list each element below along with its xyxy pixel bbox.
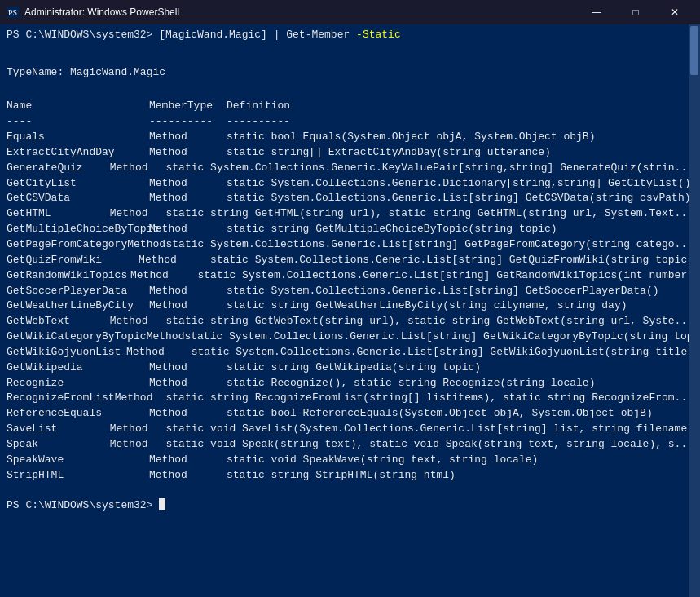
member-type: Method — [149, 298, 227, 314]
member-type: Method — [115, 391, 166, 406]
member-name: ReferenceEquals — [7, 406, 149, 422]
table-row: SpeakWaveMethodstatic void SpeakWave(str… — [7, 453, 693, 468]
member-definition: static string RecognizeFromList(string[]… — [165, 391, 693, 406]
title-bar: PS Administrator: Windows PowerShell — □… — [0, 0, 700, 24]
table-row: GetWikiCategoryByTopicMethodstatic Syste… — [7, 329, 693, 345]
window-controls: — □ ✕ — [578, 0, 693, 24]
member-name: SaveList — [7, 422, 110, 437]
table-separator: ------------------------ — [7, 114, 693, 130]
member-type: Method — [126, 345, 192, 360]
member-type: Method — [110, 437, 166, 453]
cursor-space — [152, 498, 159, 514]
blank-line-1 — [7, 43, 693, 59]
cursor — [159, 498, 165, 510]
header-name: Name — [7, 99, 149, 114]
member-type: Method — [110, 206, 166, 222]
member-type: Method — [149, 191, 227, 206]
member-definition: static System.Collections.Generic.KeyVal… — [165, 161, 693, 176]
window-title: Administrator: Windows PowerShell — [24, 7, 578, 18]
table-row: GetWebTextMethodstatic string GetWebText… — [7, 314, 693, 329]
member-definition: static System.Collections.Generic.List[s… — [227, 191, 691, 206]
member-definition: static System.Collections.Generic.Dictio… — [227, 176, 691, 192]
member-name: GenerateQuiz — [7, 161, 110, 176]
final-prompt-line: PS C:\WINDOWS\system32> — [7, 498, 693, 514]
member-type: Method — [149, 406, 227, 422]
member-definition: static Recognize(), static string Recogn… — [227, 376, 595, 391]
table-row: GetWeatherLineByCityMethodstatic string … — [7, 298, 693, 314]
blank-line-2 — [7, 84, 693, 100]
member-name: GetCSVData — [7, 191, 149, 206]
table-row: GetWikiGojyuonListMethodstatic System.Co… — [7, 345, 693, 360]
member-definition: static bool ReferenceEquals(System.Objec… — [227, 406, 653, 422]
table-row: StripHTMLMethodstatic string StripHTML(s… — [7, 468, 693, 484]
table-row: RecognizeMethodstatic Recognize(), stati… — [7, 376, 693, 391]
table-row: GetSoccerPlayerDataMethodstatic System.C… — [7, 284, 693, 299]
table-row: RecognizeFromListMethodstatic string Rec… — [7, 391, 693, 406]
member-definition: static string GetWikipedia(string topic) — [227, 360, 481, 376]
typename-line: TypeName: MagicWand.Magic — [7, 65, 693, 81]
table-row: SpeakMethodstatic void Speak(string text… — [7, 437, 693, 453]
member-name: GetWikiCategoryByTopic — [7, 329, 147, 345]
terminal-area[interactable]: PS C:\WINDOWS\system32> [MagicWand.Magic… — [0, 24, 700, 597]
table-row: SaveListMethodstatic void SaveList(Syste… — [7, 422, 693, 437]
member-name: GetSoccerPlayerData — [7, 284, 149, 299]
member-type: Method — [149, 360, 227, 376]
member-type: Method — [149, 468, 227, 484]
member-name: Recognize — [7, 376, 149, 391]
table-row: GetWikipediaMethodstatic string GetWikip… — [7, 360, 693, 376]
svg-text:PS: PS — [8, 8, 17, 17]
member-definition: static string GetMultipleChoiceByTopic(s… — [227, 222, 557, 237]
flag-static: -Static — [356, 28, 401, 43]
blank-line-3 — [7, 483, 693, 498]
member-definition: static System.Collections.Generic.List[s… — [210, 253, 693, 268]
member-definition: static string GetHTML(string url), stati… — [165, 206, 693, 222]
table-row: ReferenceEqualsMethodstatic bool Referen… — [7, 406, 693, 422]
table-row: EqualsMethodstatic bool Equals(System.Ob… — [7, 130, 693, 145]
member-name: StripHTML — [7, 468, 149, 484]
minimize-button[interactable]: — — [578, 0, 615, 24]
scrollbar-thumb[interactable] — [690, 26, 698, 75]
member-name: GetQuizFromWiki — [7, 253, 139, 268]
member-type: Method — [110, 314, 166, 329]
header-membertype: MemberType — [149, 99, 227, 114]
table-row: GetCSVDataMethodstatic System.Collection… — [7, 191, 693, 206]
sep-def: ---------- — [227, 114, 290, 130]
member-name: GetWebText — [7, 314, 110, 329]
close-button[interactable]: ✕ — [656, 0, 693, 24]
member-name: GetCityList — [7, 176, 149, 192]
member-table: EqualsMethodstatic bool Equals(System.Ob… — [7, 130, 693, 483]
member-name: GetMultipleChoiceByTopic — [7, 222, 149, 237]
member-type: Method — [110, 422, 166, 437]
member-definition: static System.Collections.Generic.List[s… — [184, 329, 700, 345]
member-type: Method — [149, 284, 227, 299]
table-row: GetCityListMethodstatic System.Collectio… — [7, 176, 693, 192]
member-type: Method — [147, 329, 185, 345]
member-name: RecognizeFromList — [7, 391, 115, 406]
table-header: NameMemberTypeDefinition — [7, 99, 693, 114]
member-type: Method — [130, 268, 198, 284]
maximize-button[interactable]: □ — [617, 0, 654, 24]
member-type: Method — [149, 176, 227, 192]
member-name: GetPageFromCategory — [7, 237, 127, 253]
table-row: GetQuizFromWikiMethodstatic System.Colle… — [7, 253, 693, 268]
member-name: GetWikipedia — [7, 360, 149, 376]
member-definition: static string GetWeatherLineByCity(strin… — [227, 298, 627, 314]
sep-type: ---------- — [149, 114, 227, 130]
sep-name: ---- — [7, 114, 149, 130]
member-name: Speak — [7, 437, 110, 453]
member-definition: static string GetWebText(string url), st… — [165, 314, 693, 329]
table-row: GenerateQuizMethodstatic System.Collecti… — [7, 161, 693, 176]
scrollbar[interactable] — [689, 24, 700, 597]
member-definition: static System.Collections.Generic.List[s… — [165, 237, 693, 253]
member-definition: static void SaveList(System.Collections.… — [165, 422, 693, 437]
prompt-2: PS C:\WINDOWS\system32> — [7, 498, 152, 514]
member-name: GetWeatherLineByCity — [7, 298, 149, 314]
table-row: ExtractCityAndDayMethodstatic string[] E… — [7, 145, 693, 161]
member-name: Equals — [7, 130, 149, 145]
header-definition: Definition — [227, 99, 290, 114]
member-definition: static bool Equals(System.Object objA, S… — [227, 130, 595, 145]
member-type: Method — [149, 145, 227, 161]
app-icon: PS — [7, 6, 20, 19]
member-type: Method — [149, 130, 227, 145]
member-definition: static void Speak(string text), static v… — [165, 437, 693, 453]
